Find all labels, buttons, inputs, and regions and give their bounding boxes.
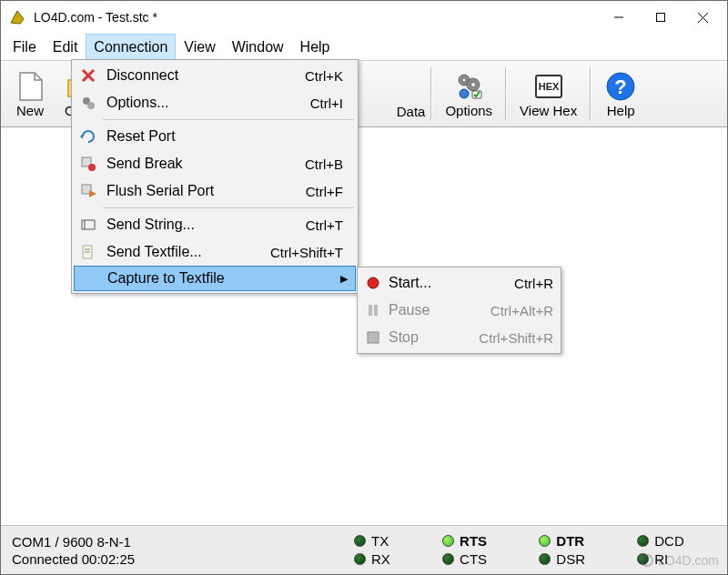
toolbar-separator <box>590 67 592 120</box>
hex-icon: HEX <box>532 70 565 103</box>
blank-icon <box>78 267 100 289</box>
svg-point-18 <box>87 102 95 109</box>
menu-reset-port[interactable]: Reset Port <box>74 123 356 150</box>
flush-port-icon <box>77 180 99 202</box>
reset-port-icon <box>77 126 99 147</box>
led-indicator <box>442 535 454 547</box>
svg-rect-24 <box>82 220 95 229</box>
window-controls <box>598 4 723 31</box>
menu-edit[interactable]: Edit <box>45 34 86 60</box>
send-textfile-icon <box>77 241 99 263</box>
led-indicator <box>354 535 366 547</box>
toolbar-help[interactable]: ? Help <box>597 64 644 124</box>
titlebar: LO4D.com - Test.stc * <box>1 1 727 34</box>
led-indicator <box>442 553 454 565</box>
led-indicator <box>637 553 649 565</box>
submenu-stop: Stop Ctrl+Shift+R <box>359 324 559 351</box>
led-indicator <box>539 535 551 547</box>
menu-connection[interactable]: Connection <box>86 34 176 60</box>
submenu-pause: Pause Ctrl+Alt+R <box>359 297 559 324</box>
menu-help[interactable]: Help <box>292 34 339 60</box>
submenu-start[interactable]: Start... Ctrl+R <box>359 269 559 297</box>
minimize-button[interactable] <box>598 4 640 31</box>
toolbar-options[interactable]: Options <box>438 64 500 124</box>
window-title: LO4D.com - Test.stc * <box>34 10 598 25</box>
help-icon: ? <box>604 70 637 103</box>
file-new-icon <box>14 70 46 103</box>
led-dcd: DCD <box>637 533 720 549</box>
send-string-icon <box>77 214 99 236</box>
led-dtr[interactable]: DTR <box>539 533 621 549</box>
menu-send-textfile[interactable]: Send Textfile... Ctrl+Shift+T <box>74 238 356 266</box>
menu-send-string[interactable]: Send String... Ctrl+T <box>74 211 356 238</box>
record-icon <box>363 273 383 293</box>
menu-send-break[interactable]: Send Break Ctrl+B <box>74 150 356 177</box>
submenu-arrow-icon: ▶ <box>337 273 351 285</box>
menubar: File Edit Connection View Window Help <box>1 34 727 60</box>
toolbar-separator <box>430 67 432 120</box>
status-port-info: COM1 / 9600 8-N-1 <box>12 534 354 550</box>
stop-icon <box>363 328 383 348</box>
menu-file[interactable]: File <box>5 34 45 60</box>
svg-marker-0 <box>11 11 24 24</box>
led-indicator <box>539 553 551 565</box>
status-leds: TX RTS DTR DCD RX CTS DSR RI <box>354 533 720 567</box>
statusbar: COM1 / 9600 8-N-1 Connected 00:02:25 TX … <box>1 525 727 574</box>
menu-capture-to-textfile[interactable]: Capture to Textfile ▶ <box>74 266 356 291</box>
disconnect-icon <box>77 65 99 86</box>
svg-text:?: ? <box>614 76 626 98</box>
options-gears-icon <box>452 70 485 103</box>
led-indicator <box>354 553 366 565</box>
svg-point-9 <box>460 89 469 98</box>
toolbar-separator <box>505 67 507 120</box>
options-icon <box>77 92 99 114</box>
connection-dropdown: Disconnect Ctrl+K Options... Ctrl+I Rese… <box>71 59 359 294</box>
led-indicator <box>637 535 649 547</box>
toolbar-options-label: Options <box>445 103 492 118</box>
led-rx: RX <box>354 551 426 567</box>
menu-separator <box>103 207 354 208</box>
svg-point-21 <box>88 164 96 171</box>
led-cts: CTS <box>442 551 522 567</box>
svg-point-29 <box>368 277 379 288</box>
svg-marker-19 <box>80 134 83 139</box>
svg-rect-2 <box>657 14 665 22</box>
maximize-button[interactable] <box>640 4 682 31</box>
close-button[interactable] <box>682 4 723 31</box>
svg-text:HEX: HEX <box>538 81 559 92</box>
svg-rect-30 <box>369 305 372 316</box>
toolbar-viewhex-label: View Hex <box>520 103 577 118</box>
toolbar-data-label-peek: Data <box>397 104 426 119</box>
svg-marker-23 <box>89 190 96 197</box>
toolbar-new-label: New <box>16 103 44 118</box>
led-dsr: DSR <box>539 551 621 567</box>
svg-point-8 <box>471 82 476 86</box>
menu-view[interactable]: View <box>176 34 223 60</box>
send-break-icon <box>77 153 99 175</box>
led-tx: TX <box>354 533 426 549</box>
status-connected-time: Connected 00:02:25 <box>12 551 354 567</box>
toolbar-new[interactable]: New <box>6 64 54 124</box>
svg-rect-32 <box>368 332 379 343</box>
svg-rect-31 <box>374 305 378 316</box>
menu-window[interactable]: Window <box>224 34 292 60</box>
pause-icon <box>363 300 383 320</box>
capture-submenu: Start... Ctrl+R Pause Ctrl+Alt+R Stop Ct… <box>357 267 561 354</box>
app-icon <box>8 8 26 26</box>
svg-point-6 <box>462 78 466 82</box>
menu-options[interactable]: Options... Ctrl+I <box>74 89 356 116</box>
menu-flush-port[interactable]: Flush Serial Port Ctrl+F <box>74 177 356 205</box>
menu-separator <box>103 119 354 120</box>
led-rts[interactable]: RTS <box>442 533 522 549</box>
status-left: COM1 / 9600 8-N-1 Connected 00:02:25 <box>8 534 354 567</box>
toolbar-viewhex[interactable]: HEX View Hex <box>512 64 584 124</box>
menu-disconnect[interactable]: Disconnect Ctrl+K <box>74 62 356 89</box>
led-ri: RI <box>637 551 720 567</box>
toolbar-help-label: Help <box>607 103 635 118</box>
